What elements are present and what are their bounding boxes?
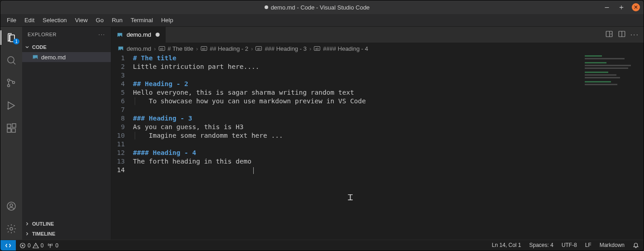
markdown-file-icon	[117, 32, 123, 38]
window-title: demo.md - Code - Visual Studio Code	[271, 4, 370, 11]
code-line: # The title	[133, 54, 176, 63]
settings-gear-icon[interactable]	[0, 221, 22, 237]
line-number: 14	[111, 166, 133, 175]
status-cursor[interactable]: Ln 14, Col 1	[492, 242, 521, 248]
menu-help[interactable]: Help	[157, 15, 177, 25]
remote-indicator-icon[interactable]	[0, 240, 16, 251]
source-control-icon[interactable]	[0, 75, 22, 91]
open-preview-side-icon[interactable]	[605, 30, 613, 40]
symbol-heading-icon: ab	[201, 46, 207, 51]
line-number: 7	[111, 106, 133, 115]
code-line: As you can guess, this is H3	[133, 123, 243, 132]
svg-point-0	[8, 57, 14, 63]
breadcrumb-h4[interactable]: #### Heading - 4	[323, 45, 368, 52]
modified-dot-icon	[265, 5, 268, 9]
run-debug-icon[interactable]	[0, 97, 22, 114]
accounts-icon[interactable]	[0, 198, 22, 214]
svg-point-1	[8, 79, 10, 82]
explorer-more-icon[interactable]: ···	[99, 32, 105, 37]
symbol-heading-icon: ab	[314, 46, 320, 51]
symbol-heading-icon: ab	[159, 46, 165, 51]
chevron-right-icon: ›	[196, 45, 198, 52]
folder-root[interactable]: CODE	[22, 42, 111, 52]
svg-point-13	[611, 34, 611, 34]
menu-run[interactable]: Run	[108, 15, 126, 25]
explorer-sidebar: EXPLORER ··· CODE demo.md OUTLINE	[22, 27, 111, 240]
breadcrumbs[interactable]: demo.md › ab # The title › ab ## Heading…	[111, 43, 644, 54]
folder-root-label: CODE	[32, 44, 47, 50]
window-close-button[interactable]: ✕	[632, 3, 640, 11]
code-line: Little intricution part here....	[133, 63, 259, 72]
error-icon	[19, 242, 26, 249]
outline-section[interactable]: OUTLINE	[22, 219, 111, 229]
status-bar: 0 0 0 Ln 14, Col 1 Spaces: 4 UTF-8 LF Ma…	[0, 240, 644, 251]
svg-point-11	[10, 227, 13, 230]
status-error-count: 0	[28, 242, 31, 249]
tab-label: demo.md	[127, 31, 151, 38]
editor-group: demo.md ··· demo.md › ab # The title › a…	[111, 27, 644, 240]
editor-tab[interactable]: demo.md	[111, 27, 166, 43]
timeline-section[interactable]: TIMELINE	[22, 229, 111, 239]
menu-bar: File Edit Selection View Go Run Terminal…	[0, 14, 644, 27]
line-number: 5	[111, 89, 133, 97]
status-spaces[interactable]: Spaces: 4	[529, 242, 553, 248]
breadcrumb-h2[interactable]: ## Heading - 2	[210, 45, 248, 52]
status-eol[interactable]: LF	[585, 242, 592, 248]
split-editor-icon[interactable]	[618, 30, 626, 40]
breadcrumb-h1[interactable]: # The title	[168, 45, 194, 52]
markdown-file-icon	[118, 45, 124, 52]
svg-rect-6	[7, 129, 11, 132]
code-line: #### Heading - 4	[133, 149, 196, 158]
svg-rect-5	[7, 124, 11, 128]
svg-point-3	[13, 82, 15, 84]
chevron-right-icon	[24, 231, 30, 237]
tab-bar: demo.md ···	[111, 27, 644, 43]
svg-rect-7	[12, 129, 15, 132]
status-encoding[interactable]: UTF-8	[562, 242, 577, 248]
line-number: 6	[111, 97, 133, 106]
editor-more-icon[interactable]: ···	[630, 31, 639, 39]
code-line: ## Heading - 2	[133, 80, 188, 89]
chevron-right-icon: ›	[251, 45, 253, 52]
file-tree-item[interactable]: demo.md	[22, 52, 111, 62]
line-number: 12	[111, 149, 133, 158]
markdown-file-icon	[32, 54, 38, 60]
line-number: 9	[111, 123, 133, 132]
search-icon[interactable]	[0, 52, 22, 68]
line-number: 10	[111, 132, 133, 140]
file-name-label: demo.md	[41, 54, 66, 61]
window-minimize-button[interactable]: –	[603, 3, 611, 11]
explorer-icon[interactable]: 1	[0, 29, 22, 46]
text-cursor-icon: Ꮖ	[348, 193, 353, 203]
title-bar: demo.md - Code - Visual Studio Code – ＋ …	[0, 0, 644, 14]
line-number: 2	[111, 63, 133, 72]
explorer-title: EXPLORER	[28, 32, 57, 37]
menu-selection[interactable]: Selection	[39, 15, 70, 25]
line-number: 13	[111, 158, 133, 166]
text-editor[interactable]: 1# The title 2Little intricution part he…	[111, 54, 644, 240]
minimap[interactable]	[585, 55, 635, 82]
outline-label: OUTLINE	[32, 221, 54, 227]
line-number: 8	[111, 115, 133, 123]
status-problems[interactable]: 0 0	[19, 242, 43, 249]
menu-view[interactable]: View	[71, 15, 91, 25]
svg-point-4	[7, 108, 8, 109]
menu-terminal[interactable]: Terminal	[127, 15, 156, 25]
symbol-heading-icon: ab	[256, 46, 262, 51]
tab-modified-dot-icon[interactable]	[156, 33, 160, 37]
code-line: ### Heading - 3	[133, 115, 192, 123]
status-language[interactable]: Markdown	[600, 242, 625, 248]
chevron-down-icon	[24, 44, 30, 50]
breadcrumb-h3[interactable]: ### Heading - 3	[265, 45, 307, 52]
extensions-icon[interactable]	[0, 120, 22, 136]
svg-point-2	[8, 85, 10, 87]
timeline-label: TIMELINE	[32, 231, 55, 237]
menu-edit[interactable]: Edit	[21, 15, 38, 25]
feedback-bell-icon[interactable]	[633, 242, 639, 249]
menu-go[interactable]: Go	[92, 15, 107, 25]
breadcrumb-file[interactable]: demo.md	[127, 45, 151, 52]
window-maximize-button[interactable]: ＋	[617, 3, 625, 11]
menu-file[interactable]: File	[3, 15, 20, 25]
chevron-right-icon: ›	[309, 45, 311, 52]
status-ports[interactable]: 0	[47, 242, 58, 249]
